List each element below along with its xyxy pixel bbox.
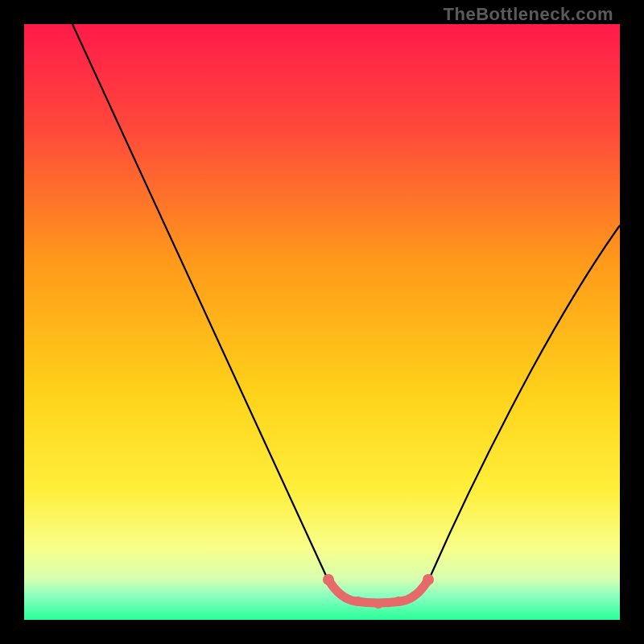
bottleneck-curve [24,24,620,620]
watermark-text: TheBottleneck.com [444,4,613,25]
optimal-marker-left [323,574,334,585]
curve-left-branch [72,24,326,576]
curve-right-branch [431,225,620,576]
optimal-marker-mid-1 [353,597,363,606]
optimal-marker-right [423,574,434,585]
optimal-marker-mid-3 [394,597,403,606]
optimal-marker-mid-2 [374,599,383,609]
chart-plot-area [24,24,620,620]
